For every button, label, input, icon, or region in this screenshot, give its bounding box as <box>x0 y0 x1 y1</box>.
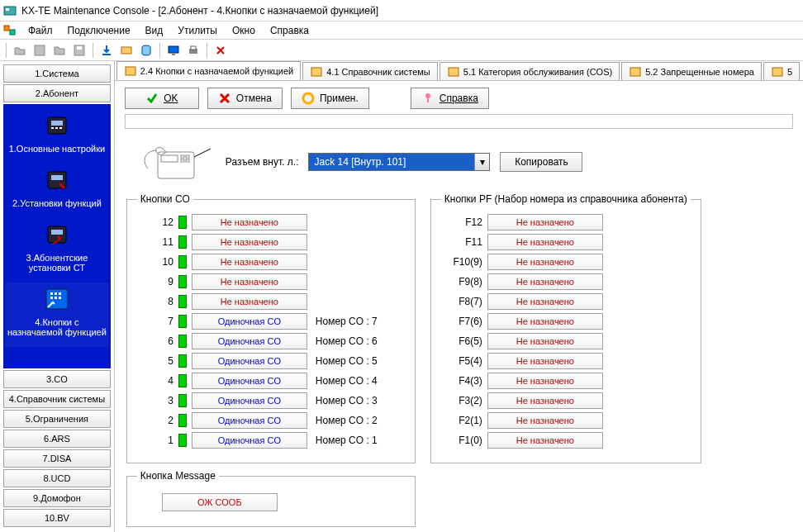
tab-label: 5.1 Категория обслуживания (COS) <box>463 67 612 77</box>
pf-value-button[interactable]: Не назначено <box>487 313 603 330</box>
co-value-button[interactable]: Не назначено <box>192 234 307 250</box>
pf-value-button[interactable]: Не назначено <box>487 373 603 389</box>
help-button[interactable]: Справка <box>411 88 489 109</box>
svg-rect-30 <box>126 67 135 75</box>
sidebar-top-system[interactable]: 1.Система <box>3 64 111 83</box>
x-icon <box>218 92 231 105</box>
sidebar-bottom-restrictions[interactable]: 5.Ограничения <box>3 410 111 428</box>
co-value-button[interactable]: Одиночная CO <box>192 432 307 449</box>
jack-select[interactable]: Jack 14 [Внутр. 101] ▾ <box>308 153 490 171</box>
sidebar-bottom-co[interactable]: 3.CO <box>3 370 111 388</box>
pf-value-button[interactable]: Не назначено <box>487 293 603 310</box>
pf-row: F4(3)Не назначено <box>441 372 691 390</box>
co-value-button[interactable]: Не назначено <box>192 273 307 290</box>
svg-point-36 <box>425 93 430 98</box>
tool-download-icon[interactable] <box>97 41 116 59</box>
chevron-down-icon: ▾ <box>474 154 489 170</box>
pf-value-button[interactable]: Не назначено <box>487 353 603 369</box>
sidebar-bottom-disa[interactable]: 7.DISA <box>3 449 111 468</box>
co-row-number: 7 <box>137 316 173 327</box>
pf-value-button[interactable]: Не назначено <box>487 432 603 449</box>
svg-rect-27 <box>50 297 53 299</box>
svg-rect-10 <box>169 46 178 53</box>
menu-view[interactable]: Вид <box>139 23 170 38</box>
ok-button[interactable]: OK <box>125 88 199 109</box>
pf-value-button[interactable]: Не назначено <box>487 214 603 230</box>
pf-value-button[interactable]: Не назначено <box>487 254 603 270</box>
phone-arrow-icon <box>43 221 71 249</box>
led-icon <box>178 414 187 427</box>
tab-buttons[interactable]: 2.4 Кнопки с назначаемой функцией <box>116 61 301 80</box>
menu-connection[interactable]: Подключение <box>61 23 137 38</box>
menu-utilities[interactable]: Утилиты <box>171 23 224 38</box>
menu-window[interactable]: Окно <box>226 23 262 38</box>
tool-monitor-icon[interactable] <box>164 41 183 59</box>
co-row-number: 12 <box>137 216 173 228</box>
pf-row: F8(7)Не назначено <box>441 292 691 311</box>
msg-button[interactable]: ОЖ СООБ <box>162 493 278 511</box>
tool-print-icon[interactable] <box>184 41 202 59</box>
tab-denied[interactable]: 5.2 Запрещенные номера <box>621 62 762 80</box>
co-legend: Кнопки CO <box>137 193 193 205</box>
sidebar-top-subscriber[interactable]: 2.Абонент <box>3 84 111 102</box>
sidebar-bottom-ars[interactable]: 6.ARS <box>3 430 111 448</box>
toolbar <box>0 40 803 61</box>
pf-value-button[interactable]: Не назначено <box>487 392 603 409</box>
svg-rect-34 <box>772 68 782 76</box>
apply-button[interactable]: Примен. <box>291 88 369 109</box>
svg-rect-8 <box>121 47 131 54</box>
pf-row: F12Не назначено <box>441 213 691 231</box>
sidebar-bottom-ucd[interactable]: 8.UCD <box>3 469 111 487</box>
pf-row-number: F6(5) <box>441 335 482 347</box>
sidebar-item-label: 1.Основные настройки <box>9 144 106 154</box>
co-value-button[interactable]: Не назначено <box>192 214 307 230</box>
co-value-button[interactable]: Одиночная CO <box>192 373 307 389</box>
sidebar-item-buttons[interactable]: 4.Кнопки с назначаемой функцией <box>5 283 109 347</box>
tab-label: 5 <box>787 67 792 77</box>
tool-open-icon[interactable] <box>11 41 29 59</box>
tool-folder-icon[interactable] <box>50 41 69 59</box>
tool-db-icon[interactable] <box>137 41 155 59</box>
co-value-button[interactable]: Не назначено <box>192 254 307 270</box>
sidebar-item-functions[interactable]: 2.Установки функций <box>5 164 109 218</box>
co-value-button[interactable]: Одиночная CO <box>192 313 307 330</box>
copy-button[interactable]: Копировать <box>500 152 582 172</box>
co-value-button[interactable]: Одиночная CO <box>192 412 307 429</box>
pf-row-number: F3(2) <box>441 395 482 406</box>
sidebar-item-ct[interactable]: 3.Абонентские установки СТ <box>5 218 109 283</box>
svg-rect-2 <box>4 26 9 31</box>
sidebar-bottom-bv[interactable]: 10.BV <box>3 509 111 527</box>
sidebar-bottom-directory[interactable]: 4.Справочник системы <box>3 390 111 408</box>
led-icon <box>178 394 187 407</box>
co-row: 11Не назначено <box>137 233 405 251</box>
check-icon <box>145 92 159 105</box>
tool-close-icon[interactable] <box>211 41 230 59</box>
svg-rect-22 <box>51 230 63 235</box>
menu-help[interactable]: Справка <box>264 23 316 38</box>
co-row-number: 1 <box>137 435 173 446</box>
pf-row: F1(0)Не назначено <box>441 431 691 449</box>
phone-icon <box>43 112 71 140</box>
co-value-button[interactable]: Не назначено <box>192 293 307 310</box>
pf-value-button[interactable]: Не назначено <box>487 273 603 290</box>
pf-row-number: F1(0) <box>441 435 482 446</box>
pf-value-button[interactable]: Не назначено <box>487 234 603 250</box>
menu-file[interactable]: Файл <box>21 23 59 38</box>
pf-value-button[interactable]: Не назначено <box>487 412 603 429</box>
tab-more[interactable]: 5 <box>763 62 800 80</box>
co-value-button[interactable]: Одиночная CO <box>192 392 307 409</box>
co-row: 9Не назначено <box>137 273 405 291</box>
status-bar <box>125 114 793 129</box>
co-value-button[interactable]: Одиночная CO <box>192 333 307 349</box>
pf-row: F3(2)Не назначено <box>441 392 691 410</box>
cancel-button[interactable]: Отмена <box>207 88 283 109</box>
sidebar-bottom-doorphone[interactable]: 9.Домофон <box>3 489 111 507</box>
pf-value-button[interactable]: Не назначено <box>487 333 603 349</box>
tool-disk-icon[interactable] <box>70 41 88 59</box>
tool-card-icon[interactable] <box>117 41 135 59</box>
tool-save-icon[interactable] <box>31 41 49 59</box>
co-value-button[interactable]: Одиночная CO <box>192 353 307 369</box>
tab-directory[interactable]: 4.1 Справочник системы <box>302 62 438 80</box>
tab-cos[interactable]: 5.1 Категория обслуживания (COS) <box>440 62 620 80</box>
sidebar-item-basic[interactable]: 1.Основные настройки <box>5 109 109 164</box>
